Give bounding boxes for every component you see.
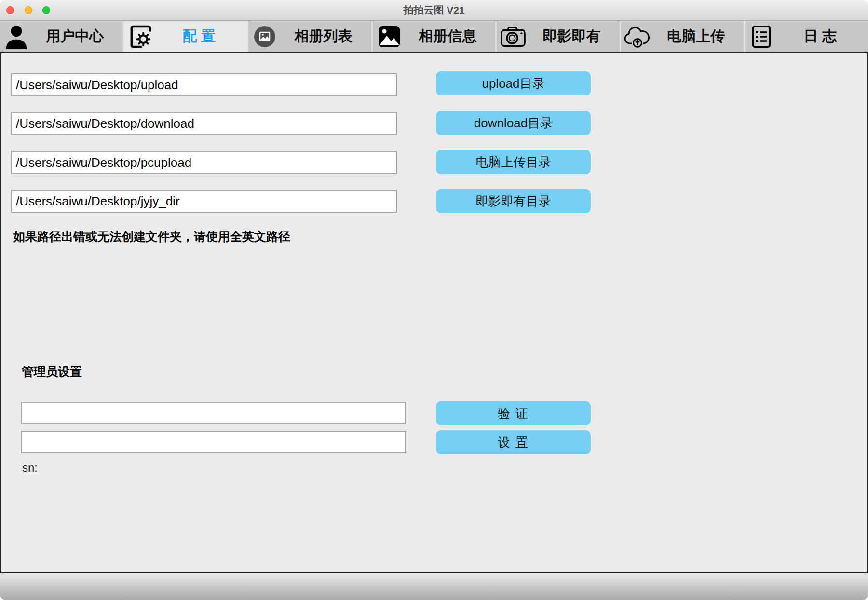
app-window: 拍拍云图 V21 用户中心 (0, 0, 868, 600)
download-dir-input[interactable] (11, 112, 397, 135)
tab-album-list[interactable]: 相册列表 (248, 21, 371, 52)
tab-label: 用户中心 (30, 27, 123, 46)
upload-dir-button[interactable]: upload目录 (436, 71, 591, 95)
window-title: 拍拍云图 V21 (0, 0, 868, 20)
verify-button[interactable]: 验 证 (436, 401, 591, 425)
upload-dir-input[interactable] (11, 73, 397, 96)
photo-circle-icon (251, 22, 278, 51)
tab-label: 日 志 (775, 27, 868, 46)
tab-config[interactable]: 配 置 (124, 21, 247, 52)
list-icon (748, 22, 775, 51)
jyjy-dir-button[interactable]: 即影即有目录 (436, 189, 591, 213)
toolbar: 用户中心 配 置 (0, 21, 868, 52)
config-panel: upload目录 download目录 电脑上传目录 即影即有目录 如果路径出错… (0, 52, 868, 573)
download-dir-button[interactable]: download目录 (436, 111, 591, 135)
user-icon (3, 22, 30, 51)
camera-icon (500, 22, 527, 51)
admin-settings-title: 管理员设置 (22, 364, 82, 380)
admin-password-input[interactable] (21, 431, 406, 453)
bottom-bar (0, 572, 868, 600)
tab-pc-upload[interactable]: 电脑上传 (621, 21, 744, 52)
tab-instant-photo[interactable]: 即影即有 (497, 21, 620, 52)
tab-album-info[interactable]: 相册信息 (373, 21, 496, 52)
tab-label: 即影即有 (527, 27, 620, 46)
gear-icon (127, 22, 154, 51)
tab-user-center[interactable]: 用户中心 (0, 21, 123, 52)
title-bar: 拍拍云图 V21 (0, 0, 868, 21)
pcupload-dir-button[interactable]: 电脑上传目录 (436, 150, 591, 174)
cloud-upload-icon (624, 22, 651, 51)
path-hint-text: 如果路径出错或无法创建文件夹，请使用全英文路径 (13, 229, 290, 245)
tab-label: 电脑上传 (651, 27, 744, 46)
admin-account-input[interactable] (21, 402, 406, 424)
tab-log[interactable]: 日 志 (745, 21, 868, 52)
tab-label: 相册信息 (403, 27, 496, 46)
tab-label: 相册列表 (278, 27, 371, 46)
jyjy-dir-input[interactable] (11, 190, 397, 213)
sn-label: sn: (22, 461, 38, 475)
pcupload-dir-input[interactable] (11, 151, 397, 174)
set-button[interactable]: 设 置 (436, 430, 591, 454)
tab-label: 配 置 (154, 27, 247, 46)
photo-square-icon (376, 22, 403, 51)
